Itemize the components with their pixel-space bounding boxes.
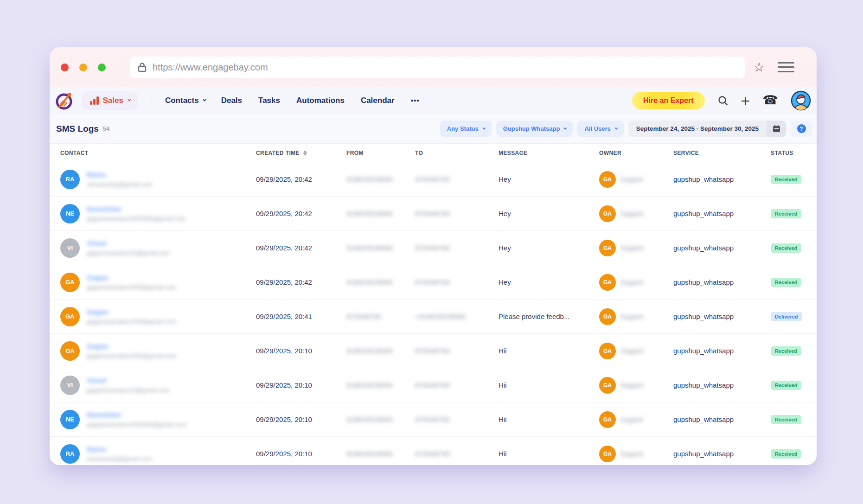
created-time: 09/29/2025, 20:42 bbox=[256, 278, 346, 286]
nav-right-actions: Hire an Expert + ☎ bbox=[632, 90, 812, 111]
service-name: gupshup_whatsapp bbox=[673, 381, 771, 389]
users-filter-dropdown[interactable]: All Users bbox=[577, 121, 623, 137]
status-badge: Received bbox=[771, 278, 801, 287]
contact-cell: NE Newsletter gaganexamples2000555@gmail… bbox=[60, 204, 256, 223]
sms-logs-table: CONTACT CREATED TIME FROM TO MESSAGE OWN… bbox=[50, 144, 817, 465]
table-row[interactable]: VI Vinod gaganexamples20@gmail.com 09/29… bbox=[50, 231, 817, 265]
hire-an-expert-button[interactable]: Hire an Expert bbox=[632, 92, 704, 109]
service-name: gupshup_whatsapp bbox=[673, 313, 771, 320]
contact-cell: GA Gagan gaganexamples2005@gmail.com bbox=[60, 341, 256, 361]
to-number: 875548760 bbox=[415, 347, 499, 355]
contact-email: gaganexamples2005@gmail.com bbox=[87, 318, 176, 325]
contact-avatar: RA bbox=[60, 170, 80, 189]
from-number: 918625529060 bbox=[346, 175, 415, 183]
column-header-owner: OWNER bbox=[599, 150, 673, 156]
created-time: 09/29/2025, 20:10 bbox=[256, 347, 346, 355]
nav-item-contacts[interactable]: Contacts bbox=[165, 96, 205, 105]
status-cell: Received bbox=[771, 346, 806, 356]
url-text: https://www.engagebay.com bbox=[153, 62, 268, 73]
from-number: 918625529060 bbox=[346, 450, 415, 458]
table-row[interactable]: RA Ramu ramuexamp@gmail.com 09/29/2025, … bbox=[50, 437, 817, 465]
contact-name-link[interactable]: Ramu bbox=[87, 171, 152, 179]
column-header-status: STATUS bbox=[771, 150, 806, 156]
owner-name: Gaganti bbox=[620, 279, 643, 286]
contact-name-link[interactable]: Ramu bbox=[87, 445, 152, 453]
owner-avatar: GA bbox=[599, 377, 616, 394]
quick-add-icon[interactable]: + bbox=[741, 93, 750, 108]
nav-item-automations[interactable]: Automations bbox=[296, 96, 345, 105]
filter-bar: Any Status Gupshup Whatsapp All Users Se… bbox=[440, 121, 812, 137]
nav-item-calendar[interactable]: Calendar bbox=[361, 96, 395, 105]
calendar-icon[interactable] bbox=[767, 121, 786, 137]
phone-icon[interactable]: ☎ bbox=[762, 94, 778, 107]
table-row[interactable]: GA Gagan gaganexamples2005@gmail.com 09/… bbox=[50, 334, 817, 368]
nav-item-deals[interactable]: Deals bbox=[221, 96, 242, 105]
contact-name-link[interactable]: Gagan bbox=[87, 342, 176, 350]
status-badge: Received bbox=[771, 346, 801, 356]
created-time: 09/29/2025, 20:10 bbox=[256, 381, 346, 389]
chevron-down-icon bbox=[564, 127, 567, 130]
to-number: 875548760 bbox=[415, 210, 499, 217]
contact-name-link[interactable]: Newsletter bbox=[87, 411, 186, 419]
sort-icon[interactable] bbox=[303, 151, 307, 155]
table-row[interactable]: RA Ramu ramuexamp@gmail.com 09/29/2025, … bbox=[50, 162, 817, 197]
contact-name-link[interactable]: Vinod bbox=[87, 376, 170, 384]
owner-name: Gaganti bbox=[620, 210, 643, 217]
engagebay-logo-icon[interactable] bbox=[54, 90, 75, 111]
service-filter-dropdown[interactable]: Gupshup Whatsapp bbox=[496, 121, 573, 137]
nav-item-tasks[interactable]: Tasks bbox=[258, 96, 280, 105]
page-toolbar: SMS Logs 54 Any Status Gupshup Whatsapp … bbox=[50, 114, 817, 144]
contact-email: gaganexamples2000555@gmail.com bbox=[87, 215, 186, 222]
minimize-window-button[interactable] bbox=[79, 64, 87, 71]
browser-menu-icon[interactable] bbox=[778, 62, 794, 73]
owner-cell: GA Gaganti bbox=[599, 377, 673, 394]
from-number: 918625529060 bbox=[346, 415, 415, 423]
owner-cell: GA Gaganti bbox=[599, 343, 673, 359]
table-row[interactable]: GA Gagan gaganexamples2005@gmail.com 09/… bbox=[50, 265, 817, 300]
url-bar[interactable]: https://www.engagebay.com bbox=[130, 57, 745, 78]
chevron-down-icon bbox=[482, 127, 486, 130]
contact-name-link[interactable]: Newsletter bbox=[87, 205, 186, 213]
contact-avatar: NE bbox=[60, 410, 80, 429]
status-filter-dropdown[interactable]: Any Status bbox=[440, 121, 492, 137]
column-header-created-time[interactable]: CREATED TIME bbox=[256, 150, 346, 156]
browser-chrome: https://www.engagebay.com ☆ bbox=[50, 47, 817, 87]
service-name: gupshup_whatsapp bbox=[673, 210, 771, 217]
status-cell: Received bbox=[771, 449, 806, 459]
user-avatar[interactable] bbox=[791, 90, 811, 111]
message-text: Hii bbox=[499, 450, 599, 458]
status-cell: Received bbox=[771, 381, 806, 390]
date-range-picker[interactable]: September 24, 2025 - September 30, 2025 bbox=[628, 121, 786, 137]
contact-email: gaganexamples2005@gmail.com bbox=[87, 352, 176, 359]
product-switcher-sales[interactable]: Sales bbox=[82, 91, 138, 110]
contact-name-link[interactable]: Gagan bbox=[87, 274, 176, 281]
nav-more-menu[interactable]: ••• bbox=[411, 96, 420, 104]
to-number: 875548760 bbox=[415, 450, 499, 458]
table-row[interactable]: NE Newsletter gaganexamples2000555@gmail… bbox=[50, 402, 817, 437]
owner-avatar: GA bbox=[599, 343, 616, 359]
close-window-button[interactable] bbox=[61, 64, 69, 71]
contact-name-link[interactable]: Vinod bbox=[87, 239, 170, 247]
help-button[interactable]: ? bbox=[791, 121, 812, 137]
bookmark-star-icon[interactable]: ☆ bbox=[754, 61, 765, 74]
maximize-window-button[interactable] bbox=[98, 64, 106, 71]
owner-cell: GA Gaganti bbox=[599, 240, 673, 256]
contact-name-link[interactable]: Gagan bbox=[87, 308, 176, 316]
contact-info: Newsletter gaganexamples2000555@gmail.co… bbox=[87, 411, 186, 428]
table-row[interactable]: GA Gagan gaganexamples2005@gmail.com 09/… bbox=[50, 300, 817, 334]
service-name: gupshup_whatsapp bbox=[673, 175, 771, 183]
status-badge: Received bbox=[771, 449, 801, 459]
to-number: 875548760 bbox=[415, 278, 499, 286]
search-icon[interactable] bbox=[717, 95, 729, 106]
from-number: 918625529060 bbox=[346, 381, 415, 389]
nav-item-label: Automations bbox=[296, 96, 345, 105]
owner-name: Gaganti bbox=[620, 176, 643, 183]
contact-cell: RA Ramu ramuexamp@gmail.com bbox=[60, 444, 256, 464]
contact-email: gaganexamples2005@gmail.com bbox=[87, 284, 176, 291]
created-time: 09/29/2025, 20:10 bbox=[256, 415, 346, 423]
contact-cell: GA Gagan gaganexamples2005@gmail.com bbox=[60, 307, 256, 326]
to-number: +918625529060 bbox=[415, 313, 499, 320]
table-row[interactable]: VI Vinod gaganexamples20@gmail.com 09/29… bbox=[50, 368, 817, 402]
service-name: gupshup_whatsapp bbox=[673, 278, 771, 286]
table-row[interactable]: NE Newsletter gaganexamples2000555@gmail… bbox=[50, 197, 817, 231]
